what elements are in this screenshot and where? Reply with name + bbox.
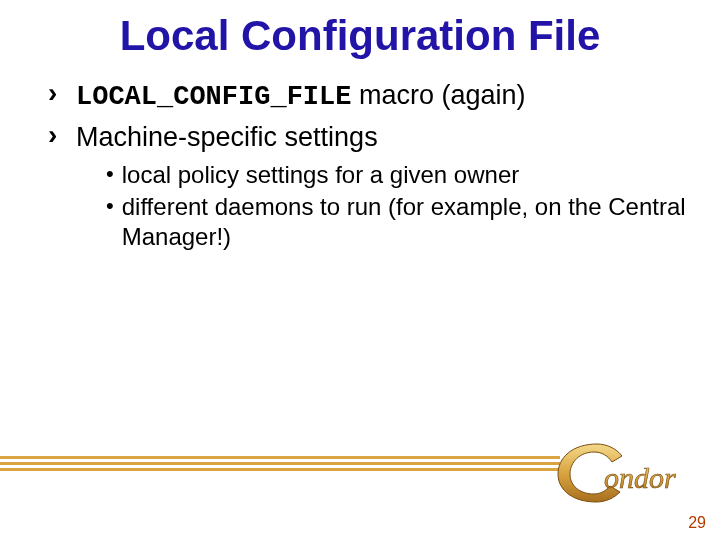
divider-line [0, 468, 560, 471]
bullet-rest: macro (again) [351, 80, 525, 110]
page-number: 29 [688, 514, 706, 532]
logo-text: ondor [604, 461, 676, 494]
bullet-text: LOCAL_CONFIG_FILE macro (again) [76, 78, 526, 114]
divider-line [0, 462, 560, 465]
sub-bullet-text: different daemons to run (for example, o… [122, 192, 690, 252]
slide: Local Configuration File › LOCAL_CONFIG_… [0, 0, 720, 540]
footer-divider [0, 456, 560, 474]
chevron-icon: › [48, 78, 66, 108]
slide-title: Local Configuration File [30, 12, 690, 60]
bullet-dot-icon: • [106, 160, 114, 188]
slide-content: › LOCAL_CONFIG_FILE macro (again) › Mach… [30, 78, 690, 252]
sub-bullet-text: local policy settings for a given owner [122, 160, 520, 190]
bullet-dot-icon: • [106, 192, 114, 220]
sub-bullet-list: • local policy settings for a given owne… [48, 160, 690, 252]
condor-logo: ondor [552, 436, 702, 506]
bullet-text: Machine-specific settings [76, 120, 378, 154]
sub-bullet-item: • different daemons to run (for example,… [106, 192, 690, 252]
divider-line [0, 456, 560, 459]
bullet-item: › Machine-specific settings [48, 120, 690, 154]
chevron-icon: › [48, 120, 66, 150]
code-macro: LOCAL_CONFIG_FILE [76, 82, 351, 112]
sub-bullet-item: • local policy settings for a given owne… [106, 160, 690, 190]
bullet-item: › LOCAL_CONFIG_FILE macro (again) [48, 78, 690, 114]
